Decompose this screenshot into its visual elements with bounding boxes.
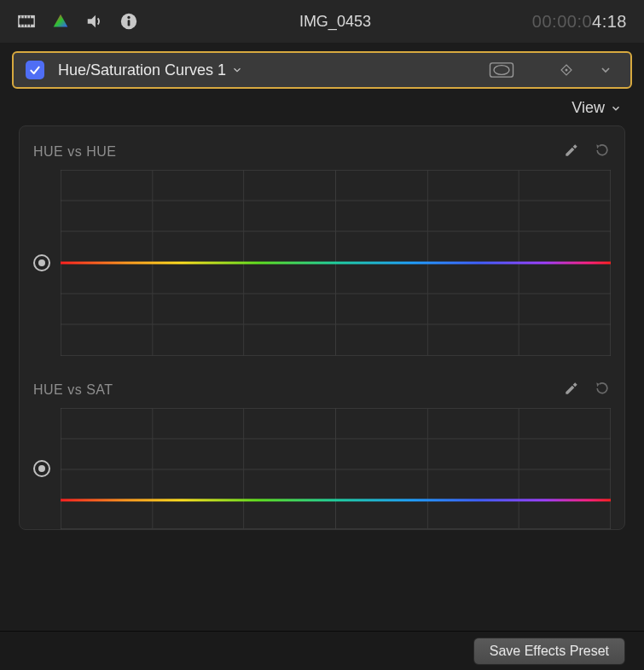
footer: Save Effects Preset xyxy=(0,631,644,670)
clip-title: IMG_0453 xyxy=(154,13,517,31)
svg-point-10 xyxy=(127,16,130,19)
timecode-bright: 4:18 xyxy=(592,12,627,31)
svg-rect-11 xyxy=(128,20,131,26)
keyframe-icon[interactable] xyxy=(554,62,579,78)
effect-name-dropdown[interactable]: Hue/Saturation Curves 1 xyxy=(58,61,243,79)
save-effects-preset-button[interactable]: Save Effects Preset xyxy=(473,638,625,665)
reset-icon[interactable] xyxy=(594,142,611,161)
curve-graph-hue-vs-hue[interactable] xyxy=(61,170,611,356)
curve-section-hue-vs-hue: HUE vs HUE xyxy=(33,142,611,356)
view-dropdown[interactable]: View xyxy=(571,99,622,117)
timecode-dim: 00:00:0 xyxy=(532,12,592,31)
effect-menu-chevron[interactable] xyxy=(593,63,618,77)
curve-line[interactable] xyxy=(61,498,611,501)
svg-marker-7 xyxy=(54,15,68,27)
timecode: 00:00:04:18 xyxy=(532,12,627,32)
svg-marker-8 xyxy=(88,15,96,28)
filmstrip-icon[interactable] xyxy=(17,12,36,31)
mask-icon[interactable] xyxy=(489,62,514,78)
color-icon[interactable] xyxy=(51,12,70,31)
effect-enable-checkbox[interactable] xyxy=(26,61,44,79)
curve-title: HUE vs SAT xyxy=(33,382,563,398)
curve-line[interactable] xyxy=(61,262,611,265)
eyedropper-icon[interactable] xyxy=(563,380,580,399)
info-icon[interactable] xyxy=(119,12,138,31)
effect-name-label: Hue/Saturation Curves 1 xyxy=(58,61,226,79)
effect-row[interactable]: Hue/Saturation Curves 1 xyxy=(12,51,632,89)
view-label: View xyxy=(571,99,605,117)
reset-icon[interactable] xyxy=(594,380,611,399)
svg-point-13 xyxy=(494,66,509,75)
curves-panel: HUE vs HUE xyxy=(19,125,625,530)
eyedropper-icon[interactable] xyxy=(563,142,580,161)
curve-graph-hue-vs-sat[interactable] xyxy=(61,408,611,529)
curve-control-point[interactable] xyxy=(33,254,50,271)
curve-control-point[interactable] xyxy=(33,460,50,477)
chevron-down-icon xyxy=(610,102,622,114)
inspector-tabs: IMG_0453 00:00:04:18 xyxy=(0,0,644,43)
chevron-down-icon xyxy=(231,64,243,76)
svg-point-15 xyxy=(566,69,568,72)
curve-section-hue-vs-sat: HUE vs SAT xyxy=(33,380,611,529)
curve-title: HUE vs HUE xyxy=(33,144,563,160)
volume-icon[interactable] xyxy=(85,12,104,31)
